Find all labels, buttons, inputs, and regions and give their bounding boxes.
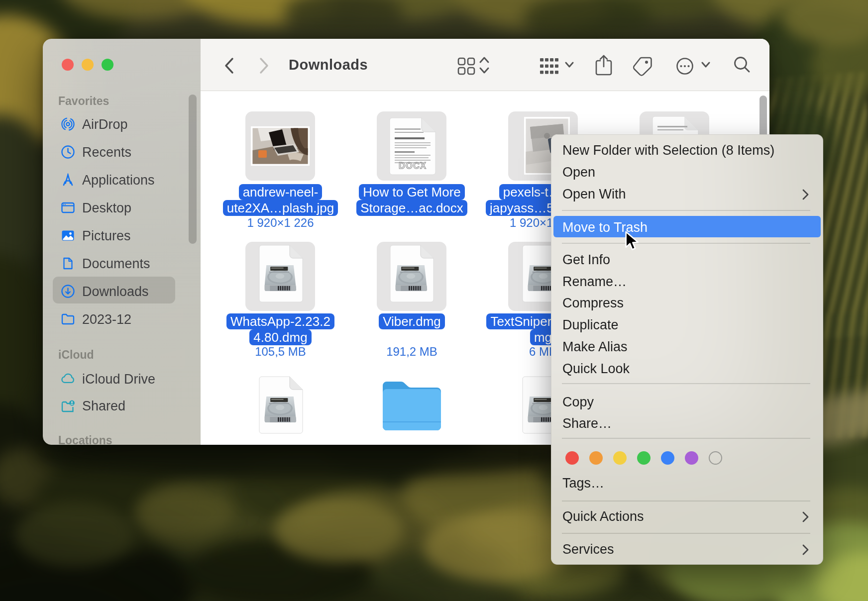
svg-text:DOCX: DOCX — [399, 161, 427, 171]
